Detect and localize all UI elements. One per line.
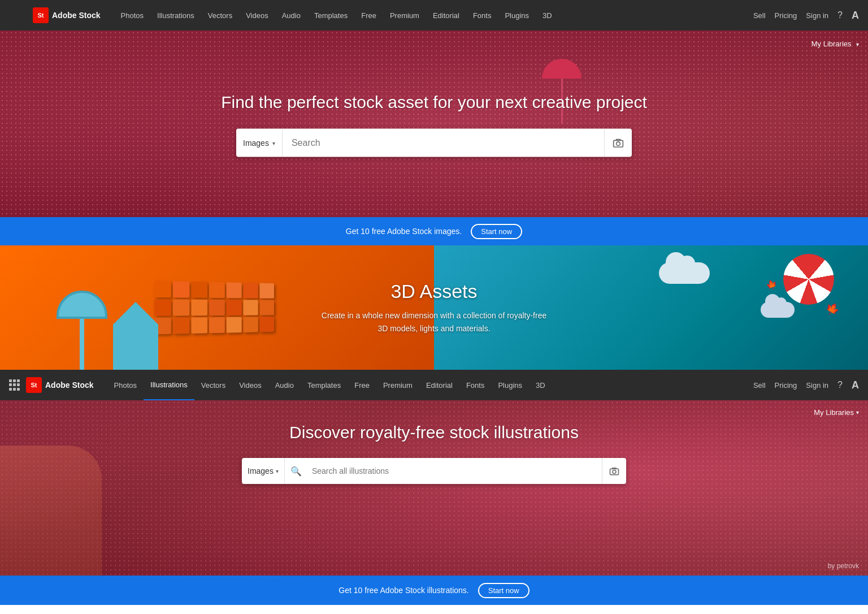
search-icon-2: 🔍 <box>285 466 307 477</box>
adobe-icon-1[interactable]: A <box>852 10 859 21</box>
leaf-decoration-2: 🍁 <box>765 278 779 292</box>
nav-3d-2[interactable]: 3D <box>529 370 552 400</box>
nav-illustrations-2[interactable]: Illustrations <box>144 370 194 400</box>
assets-3d-title: 3D Assets <box>315 280 553 302</box>
brand-name-2[interactable]: Adobe Stock <box>45 380 94 390</box>
nav-free-1[interactable]: Free <box>354 0 383 31</box>
navbar-top-1: St Adobe Stock Photos Illustrations Vect… <box>0 0 868 31</box>
sell-link-2[interactable]: Sell <box>753 381 766 390</box>
candy-swirl-decoration <box>783 254 834 305</box>
pricing-link-2[interactable]: Pricing <box>775 381 797 390</box>
author-credit-2: by petrovk <box>828 562 859 570</box>
camera-search-icon-2[interactable] <box>602 458 626 484</box>
nav-audio-2[interactable]: Audio <box>268 370 301 400</box>
search-type-label-1: Images <box>243 139 269 148</box>
start-now-button-2[interactable]: Start now <box>478 583 530 598</box>
leaf-decoration: 🍁 <box>823 299 843 318</box>
promo-text-1: Get 10 free Adobe Stock images. <box>346 227 462 236</box>
hero-title-1: Find the perfect stock asset for your ne… <box>11 91 857 113</box>
nav-videos-2[interactable]: Videos <box>232 370 268 400</box>
signin-link-2[interactable]: Sign in <box>806 381 828 390</box>
assets-3d-description: Create in a whole new dimension with a c… <box>315 309 553 335</box>
pricing-link-1[interactable]: Pricing <box>775 11 797 20</box>
nav-audio-1[interactable]: Audio <box>275 0 307 31</box>
search-bar-2: Images ▾ 🔍 <box>242 458 626 484</box>
grid-menu-icon-2[interactable] <box>9 379 20 391</box>
nav-photos-1[interactable]: Photos <box>114 0 150 31</box>
adobe-stock-logo-2[interactable]: St <box>26 377 42 393</box>
assets-3d-content: 3D Assets Create in a whole new dimensio… <box>293 280 575 335</box>
3d-house-decoration <box>113 302 158 370</box>
cloud-decoration-1 <box>659 262 710 284</box>
navbar-top-2: St Adobe Stock Photos Illustrations Vect… <box>0 370 868 400</box>
cloud-decoration-2 <box>761 302 795 318</box>
camera-search-icon-1[interactable] <box>604 129 632 157</box>
help-icon-2[interactable]: ? <box>837 380 843 390</box>
main-nav-links-1: Photos Illustrations Vectors Videos Audi… <box>114 0 753 31</box>
nav-templates-1[interactable]: Templates <box>307 0 354 31</box>
nav-premium-1[interactable]: Premium <box>383 0 426 31</box>
nav-right-section-2: Sell Pricing Sign in ? A <box>753 379 859 391</box>
nav-illustrations-1[interactable]: Illustrations <box>150 0 201 31</box>
nav-3d-1[interactable]: 3D <box>536 0 559 31</box>
3d-arch-decoration <box>57 291 107 370</box>
promo-banner-1: Get 10 free Adobe Stock images. Start no… <box>0 217 868 245</box>
promo-text-2: Get 10 free Adobe Stock illustrations. <box>338 586 468 595</box>
adobe-icon-2[interactable]: A <box>852 379 859 391</box>
adobe-stock-logo[interactable]: St <box>33 7 49 23</box>
nav-editorial-2[interactable]: Editorial <box>419 370 459 400</box>
sell-link-1[interactable]: Sell <box>753 11 766 20</box>
orange-blocks-grid <box>154 281 274 335</box>
hero-content-2: Discover royalty-free stock illustration… <box>0 400 868 484</box>
nav-photos-2[interactable]: Photos <box>107 370 144 400</box>
nav-plugins-1[interactable]: Plugins <box>498 0 536 31</box>
nav-vectors-2[interactable]: Vectors <box>194 370 232 400</box>
signin-link-1[interactable]: Sign in <box>806 11 828 20</box>
nav-right-section-1: Sell Pricing Sign in ? A <box>753 10 859 21</box>
nav-vectors-1[interactable]: Vectors <box>201 0 239 31</box>
promo-banner-2: Get 10 free Adobe Stock illustrations. S… <box>0 576 868 605</box>
nav-editorial-1[interactable]: Editorial <box>426 0 466 31</box>
my-libraries-btn-2[interactable]: My Libraries ▾ <box>814 408 859 417</box>
my-libraries-btn-1[interactable]: My Libraries ▾ <box>811 38 859 49</box>
nav-templates-2[interactable]: Templates <box>301 370 348 400</box>
hero-section-1: My Libraries ▾ Find the perfect stock as… <box>0 31 868 217</box>
main-nav-links-2: Photos Illustrations Vectors Videos Audi… <box>107 370 753 400</box>
svg-point-1 <box>617 142 620 146</box>
hero-content-1: Find the perfect stock asset for your ne… <box>0 91 868 157</box>
chevron-down-icon-1: ▾ <box>272 140 275 146</box>
nav-plugins-2[interactable]: Plugins <box>491 370 529 400</box>
hero-title-2: Discover royalty-free stock illustration… <box>11 423 857 442</box>
hero-section-2: My Libraries ▾ Discover royalty-free sto… <box>0 400 868 576</box>
assets-3d-banner: 🍁 🍁 3D Assets Create in a whole new dime… <box>0 245 868 370</box>
nav-free-2[interactable]: Free <box>348 370 376 400</box>
help-icon-1[interactable]: ? <box>837 10 843 20</box>
nav-fonts-1[interactable]: Fonts <box>466 0 498 31</box>
brand-name[interactable]: Adobe Stock <box>52 11 101 20</box>
svg-point-3 <box>613 470 616 474</box>
chevron-down-icon-2: ▾ <box>276 468 279 474</box>
grid-menu-icon[interactable] <box>9 10 27 21</box>
search-bar-1: Images ▾ <box>236 129 632 157</box>
nav-premium-2[interactable]: Premium <box>376 370 419 400</box>
search-type-selector-1[interactable]: Images ▾ <box>236 129 283 157</box>
search-input-1[interactable] <box>283 138 604 148</box>
search-input-2[interactable] <box>307 466 602 475</box>
start-now-button-1[interactable]: Start now <box>471 224 522 239</box>
search-type-selector-2[interactable]: Images ▾ <box>242 458 285 484</box>
nav-videos-1[interactable]: Videos <box>239 0 275 31</box>
nav-fonts-2[interactable]: Fonts <box>459 370 492 400</box>
search-type-label-2: Images <box>248 466 274 475</box>
